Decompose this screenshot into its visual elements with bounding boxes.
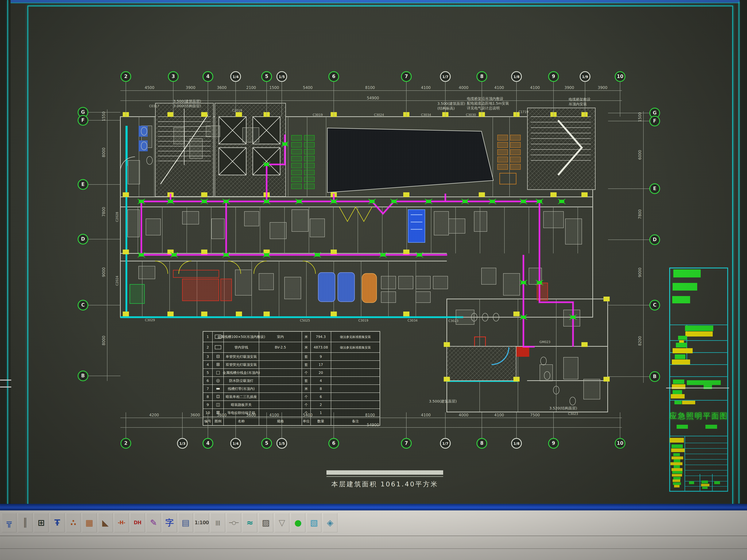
dimension-tree-icon: Ŧ	[54, 518, 60, 527]
faucet-icon[interactable]: ╦	[2, 513, 17, 532]
title-block-text-bar	[702, 487, 707, 489]
legend-cell: 4	[207, 363, 209, 367]
dimension-label: 4100	[494, 85, 504, 90]
title-block-text-bar	[705, 425, 717, 429]
svg-text:D: D	[81, 236, 85, 242]
title-block-text-bar	[689, 481, 694, 484]
grid-table-icon[interactable]: ⊞	[34, 513, 49, 532]
scale-icon: 1:100	[195, 520, 209, 525]
dimension-label: 7500	[530, 413, 540, 417]
svg-text:C: C	[653, 302, 656, 308]
node-link-icon[interactable]: ─○─	[227, 513, 241, 532]
grid-bubble: 1/8	[512, 438, 521, 448]
text-style-icon[interactable]: 字	[162, 513, 177, 532]
grid-bubble: C	[650, 300, 660, 310]
legend-table: 1金属线槽100×50(吊顶内敷设)室内米794.3做法参见标准图集安装2管内穿…	[203, 331, 380, 425]
grid-bubble: B	[650, 372, 660, 381]
svg-text:1/7: 1/7	[442, 75, 448, 79]
dots-node-icon: ∴	[70, 518, 76, 527]
risers-icon[interactable]: |||	[210, 513, 225, 532]
dimension-label: 3600	[217, 413, 227, 417]
grid-bubble: 8	[477, 438, 487, 448]
note-text: (结构标高)	[437, 106, 455, 110]
title-block-text-bar	[674, 459, 680, 462]
title-block-text-bar	[673, 379, 684, 384]
title-block-text-bar	[674, 401, 682, 404]
pipe-columns-icon[interactable]: ║	[18, 513, 32, 532]
title-block-text-bar	[685, 326, 713, 331]
dimension-label: 3600	[217, 85, 227, 90]
wall-section-icon[interactable]: -H-	[114, 513, 129, 532]
filter-icon[interactable]: ▽	[275, 513, 289, 532]
title-block-text-bar	[674, 465, 680, 468]
stairs-icon[interactable]: ◣	[98, 513, 113, 532]
dimension-label: 1500	[269, 85, 279, 90]
dh-dimension-icon: DH	[134, 520, 141, 525]
stair-core-right	[527, 108, 595, 190]
legend-cell: ◎	[216, 378, 220, 383]
legend-cell: 规格	[277, 419, 284, 423]
wave-pipe-icon[interactable]: ≈	[242, 513, 257, 532]
sheet-area-title: 本层建筑面积 1061.40平方米	[327, 470, 443, 488]
note-text: 吊顶内安装	[569, 102, 587, 106]
title-block-text-bar	[674, 485, 679, 487]
dimension-label: 3600	[246, 413, 256, 417]
svg-text:1/9: 1/9	[582, 75, 588, 79]
legend-cell: ◫	[216, 402, 220, 407]
svg-text:5: 5	[265, 74, 268, 79]
dimension-tree-icon[interactable]: Ŧ	[50, 513, 65, 532]
title-block-text-bar	[673, 269, 701, 277]
settings-table-icon[interactable]: ▤	[178, 513, 193, 532]
title-block-text-bar	[672, 296, 690, 303]
legend-cell: 套	[305, 363, 308, 367]
legend-cell: 个	[305, 403, 308, 407]
grid-bubble: 3	[168, 72, 178, 81]
svg-text:3: 3	[172, 74, 175, 79]
title-block-text-bar	[673, 477, 680, 479]
title-block-text-bar	[672, 474, 682, 477]
svg-text:F: F	[653, 118, 656, 124]
hatch-edit-icon[interactable]: ▨	[259, 513, 273, 532]
grid-bubble: 10	[615, 438, 625, 448]
render-sphere-icon[interactable]: ●	[291, 513, 305, 532]
circuit-device	[201, 199, 208, 204]
cube-3d-icon: ▧	[310, 518, 318, 527]
legend-cell: 暗装单相二三孔插座	[226, 395, 257, 399]
grid-bubble: 7	[402, 72, 411, 81]
legend-cell: ⊟	[216, 354, 220, 359]
dh-brush-icon[interactable]: ✎	[146, 513, 161, 532]
legend-cell: 米	[305, 345, 308, 349]
svg-text:1/4: 1/4	[233, 442, 238, 446]
floor-plan-drawing[interactable]: 1金属线槽100×50(吊顶内敷设)室内米794.3做法参见标准图集安装2管内穿…	[0, 0, 747, 560]
iso-cube-icon[interactable]: ◈	[323, 513, 337, 532]
legend-cell: 5	[207, 370, 209, 375]
area-label: 本层建筑面积 1061.40平方米	[331, 480, 438, 488]
grid-bubble: D	[650, 235, 660, 245]
title-block-text-bar	[672, 471, 682, 474]
dimension-label: 3900	[598, 85, 607, 90]
wall-section-icon: -H-	[118, 520, 125, 525]
scale-icon[interactable]: 1:100	[195, 513, 209, 532]
svg-text:1/3: 1/3	[179, 442, 185, 446]
title-block: 应急照明平面图	[669, 268, 728, 491]
dots-node-icon[interactable]: ∴	[66, 513, 81, 532]
svg-text:8: 8	[480, 74, 484, 79]
cube-3d-icon[interactable]: ▧	[307, 513, 321, 532]
legend-cell: 暗装跷板开关	[231, 403, 252, 407]
legend-cell: 室内	[277, 335, 284, 339]
dimension-label: 8000	[102, 148, 106, 157]
legend-cell: 个	[305, 371, 308, 375]
rebar-grid-icon[interactable]: ▦	[82, 513, 97, 532]
grid-bubble: 5	[262, 72, 272, 81]
svg-text:9: 9	[552, 74, 555, 79]
text-style-icon: 字	[165, 518, 174, 527]
title-block-text-bar	[671, 394, 685, 399]
title-block-text-bar	[673, 390, 682, 394]
dimension-label: 3900	[564, 85, 574, 90]
dimension-label: 4200	[149, 413, 159, 417]
svg-text:10: 10	[617, 441, 623, 446]
title-block-text-bar	[687, 380, 721, 385]
dh-dimension-icon[interactable]: DH	[130, 513, 145, 532]
title-block-text-bar	[703, 385, 712, 389]
dimension-label: 4500	[145, 85, 154, 90]
